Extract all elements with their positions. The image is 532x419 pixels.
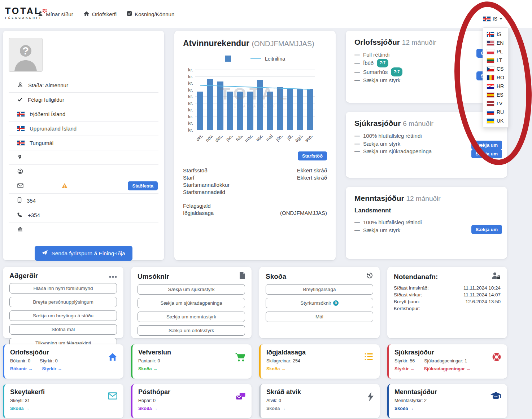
arrow-right-icon: → [466, 366, 471, 371]
stat-card-title: Skeytakerfi [10, 388, 118, 396]
language-option-cs[interactable]: CS [483, 65, 508, 73]
bank-icon [17, 226, 23, 233]
user-info-row: Síðast innskráð:11.11.2024 10:24 [394, 285, 501, 291]
apply-sickpay-button[interactable]: Sækja um sjúkradagpeninga [138, 298, 245, 308]
apply-education-grant-button[interactable]: Sækja um menntastyrk [138, 312, 245, 322]
flag-pl-icon [487, 49, 494, 54]
language-option-ru[interactable]: RU [483, 108, 508, 116]
flag-is-icon [487, 32, 494, 37]
stat-value: Styrkir: 56 [394, 358, 415, 363]
language-option-hr[interactable]: HR [483, 82, 508, 91]
chart-title-subtitle: (ONDJFMAMJJAS) [252, 40, 314, 48]
workstation-button[interactable]: Starfstöð [298, 151, 327, 160]
profile-row-text: +354 [28, 212, 40, 218]
view-link[interactable]: Skoða → [10, 406, 30, 411]
flag-ru-icon [487, 110, 494, 115]
person-circle-icon [17, 168, 23, 175]
envelope-icon [108, 392, 118, 401]
cases-button[interactable]: Mál [266, 312, 373, 322]
create-case-button[interactable]: Stofna mál [9, 324, 117, 335]
language-option-ro[interactable]: RO [483, 73, 508, 82]
sickpay-link[interactable]: Sjúkradagpeningar → [424, 366, 471, 371]
phone-icon [17, 212, 23, 219]
chart-y-tick: kr. [188, 107, 193, 113]
chart-y-tick: kr. [188, 100, 193, 106]
arrow-right-icon: → [25, 406, 30, 411]
apply-sickness-grant-button[interactable]: Sækja um sjúkrastyrk [138, 284, 245, 295]
bookings-link[interactable]: Bókanir → [10, 366, 33, 371]
sickness-fund-stat-card: Sjúkrasjóður Styrkir: 56Sjúkradagpeninga… [387, 344, 507, 379]
flag-cs-icon [487, 67, 494, 71]
person-lock-icon [491, 272, 501, 282]
view-link[interactable]: Skoða → [266, 366, 286, 371]
arrow-right-icon: → [153, 406, 158, 411]
fund-title: Menntasjóður [354, 194, 404, 202]
flag-lv-icon [487, 101, 494, 106]
confirm-email-button[interactable]: Staðfesta [128, 181, 158, 190]
arrow-right-icon: → [410, 366, 415, 371]
employment-details: StarfsstöðEkkert skráð StarfEkkert skráð… [183, 167, 327, 217]
education-fund-stat-card: Menntasjóður Menntastyrkir: 2 Skoða → [387, 384, 507, 418]
apply-education-grant-button[interactable]: Sækja um [471, 225, 502, 234]
apply-status-change-button[interactable]: Sækja um breytingu á stöðu [9, 310, 117, 321]
upload-cover-photo-button[interactable]: Hlaða inn nýrri forsíðumynd [9, 283, 117, 294]
stat-value: Skilagreinar: 254 [266, 358, 300, 363]
view-link[interactable]: Skoða → [138, 366, 158, 371]
profile-row-origin: Upprunaland Ísland [9, 121, 158, 136]
fund-item: —100% hlutfallsleg réttindi [354, 132, 498, 140]
view-link[interactable]: Skoða → [138, 406, 158, 411]
apply-sickpay-button[interactable]: Sækja um [471, 149, 502, 158]
language-selector[interactable]: IS [483, 16, 502, 22]
profile-row-address [9, 150, 158, 164]
paper-plane-icon [42, 250, 48, 257]
apply-vacation-grant-button[interactable]: Sækja um orlofsstyrk [138, 325, 245, 336]
avatar: ? [9, 38, 43, 72]
flag-es-icon [487, 93, 494, 97]
view-link[interactable]: Skoða → [266, 406, 286, 411]
profile-row-email: Staðfesta [9, 179, 158, 193]
profile-rows: Staða: Almennur Félagi fullgildur Þjóðer… [3, 78, 164, 237]
language-option-pl[interactable]: PL [483, 47, 508, 56]
grants-link[interactable]: Styrkir → [394, 366, 415, 371]
ellipsis-menu-icon[interactable] [109, 272, 117, 280]
arrow-right-icon: → [153, 366, 158, 371]
navbar: TOTAL FÉLAGAKERFI Mínar síður Orlofskerf… [0, 0, 532, 28]
chart-y-tick: kr. [188, 74, 193, 79]
grant-applications-button[interactable]: Styrkumsóknir0 [266, 298, 373, 308]
detail-row: Iðgjaldasaga(ONDJFMAMJJAS) [183, 210, 327, 217]
education-fund-card: Menntasjóður 12 mánuðir Landsmennt —100%… [346, 187, 507, 259]
flag-is-icon [17, 126, 25, 131]
grants-link[interactable]: Styrkir → [42, 366, 62, 371]
availability-badge: 7:7 [377, 59, 388, 68]
view-link[interactable]: Skoða → [394, 406, 414, 411]
cart-icon [235, 352, 246, 363]
panel-title-label: Umsóknir [138, 273, 169, 281]
flag-en-icon [487, 41, 494, 45]
change-history-button[interactable]: Breytingarsaga [266, 284, 373, 295]
send-inquiry-button[interactable]: Senda fyrirspurn á Eining-Iðja [35, 246, 132, 261]
check-square-icon [127, 11, 132, 17]
nav-item-minar-sidur[interactable]: Mínar síður [38, 11, 73, 18]
fund-subtitle: Landsmennt [354, 207, 498, 214]
stat-card-title: Orlofssjóður [10, 349, 118, 356]
language-option-en[interactable]: EN [483, 39, 508, 47]
language-option-lt[interactable]: LT [483, 56, 508, 65]
fund-period: 12 mánuðir [402, 39, 436, 46]
stat-card-title: Menntasjóður [394, 388, 501, 396]
language-option-lv[interactable]: LV [483, 99, 508, 108]
nav-item-kosning-konnun[interactable]: Kosning/Könnun [127, 11, 174, 17]
flag-ro-icon [487, 75, 494, 80]
language-option-es[interactable]: ES [483, 91, 508, 99]
nav-item-orlofskerfi[interactable]: Orlofskerfi [83, 11, 117, 18]
language-option-uk[interactable]: UK [483, 116, 508, 125]
edit-personal-info-button[interactable]: Breyta persónuupplýsingum [9, 297, 117, 307]
panel-title-label: Aðgerðir [9, 272, 38, 280]
profile-row-contact-person [9, 164, 158, 179]
mobile-phone-icon [17, 197, 22, 204]
chart-title-main: Atvinnurekendur [183, 39, 249, 48]
nav-item-label: Mínar síður [46, 11, 73, 17]
apply-grant-button[interactable]: Sækja um [471, 141, 502, 150]
language-option-is[interactable]: IS [483, 30, 508, 39]
stat-value: Styrkir: 0 [40, 358, 57, 363]
home-icon [108, 352, 118, 363]
